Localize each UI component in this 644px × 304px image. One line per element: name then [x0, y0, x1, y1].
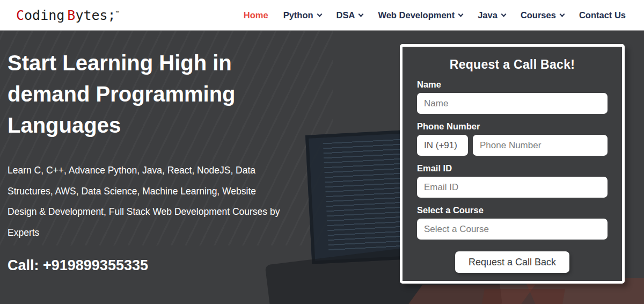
email-input[interactable]: [417, 177, 608, 198]
country-code-select[interactable]: IN (+91): [417, 135, 468, 156]
main-nav: Home Python DSA Web Development Java Cou…: [244, 10, 626, 20]
navbar: CodingBytes;™ Home Python DSA Web Develo…: [0, 0, 644, 31]
desk-red-decoration: [481, 289, 565, 304]
request-callback-button[interactable]: Request a Call Back: [455, 251, 569, 273]
nav-item-java[interactable]: Java: [478, 10, 506, 20]
trademark-symbol: ™: [116, 10, 119, 16]
logo-initial-c: C: [16, 8, 24, 23]
nav-item-label: Web Development: [378, 10, 455, 20]
chevron-down-icon: [501, 11, 506, 17]
nav-item-label: Courses: [521, 10, 556, 20]
nav-item-web-development[interactable]: Web Development: [378, 10, 463, 20]
course-select-input[interactable]: [417, 219, 608, 240]
nav-item-label: Java: [478, 10, 497, 20]
email-label: Email ID: [417, 163, 608, 173]
form-title: Request a Call Back!: [417, 57, 608, 72]
logo-text-ytes: ytes;: [75, 8, 115, 23]
phone-label: Phone Number: [417, 121, 608, 132]
name-input[interactable]: [417, 93, 608, 114]
nav-item-contact-us[interactable]: Contact Us: [579, 10, 626, 20]
nav-item-dsa[interactable]: DSA: [336, 10, 363, 20]
hero-description: Learn C, C++, Advance Python, Java, Reac…: [8, 160, 288, 243]
chevron-down-icon: [559, 11, 565, 17]
nav-item-label: Home: [244, 10, 268, 20]
phone-row: IN (+91): [417, 135, 608, 156]
course-label: Select a Course: [417, 205, 608, 215]
chevron-down-icon: [458, 11, 464, 17]
chevron-down-icon: [358, 11, 364, 17]
chevron-down-icon: [317, 11, 322, 17]
nav-item-label: Contact Us: [579, 10, 626, 20]
nav-item-python[interactable]: Python: [283, 10, 321, 20]
logo-text-oding: oding: [24, 8, 64, 23]
nav-item-label: DSA: [336, 10, 355, 20]
hero-section: Start Learning High in demand Programmin…: [0, 31, 644, 304]
nav-item-home[interactable]: Home: [244, 10, 268, 20]
hero-heading: Start Learning High in demand Programmin…: [8, 47, 308, 141]
nav-item-label: Python: [283, 10, 313, 20]
phone-input[interactable]: [473, 135, 608, 156]
callback-form-card: Request a Call Back! Name Phone Number I…: [400, 44, 625, 284]
name-label: Name: [417, 79, 608, 90]
nav-item-courses[interactable]: Courses: [521, 10, 564, 20]
logo-initial-b: B: [67, 8, 75, 23]
logo[interactable]: CodingBytes;™: [16, 8, 119, 23]
